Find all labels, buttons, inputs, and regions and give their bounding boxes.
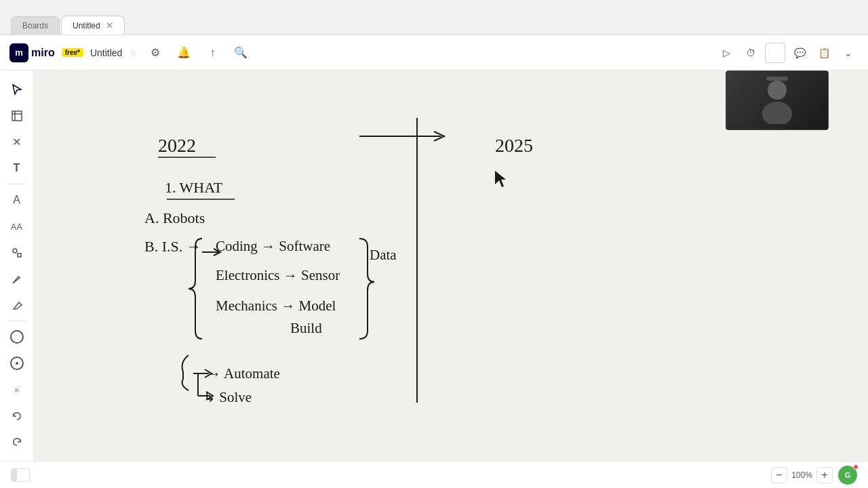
pen-tool[interactable] [5, 267, 29, 291]
mechanics-label: Mechanics → Model [216, 298, 336, 314]
item-bis-label: B. I.S. → [144, 238, 201, 256]
svg-point-14 [768, 81, 787, 100]
text-size-tool[interactable]: AA [5, 214, 29, 239]
tab-untitled[interactable]: Untitled ✕ [61, 16, 125, 35]
zoom-in-button[interactable]: + [816, 467, 833, 483]
circle-tool[interactable] [5, 351, 29, 375]
miro-logo-text: miro [31, 47, 55, 59]
search-icon[interactable]: 🔍 [230, 42, 252, 64]
tab-boards[interactable]: Boards [11, 16, 60, 35]
year-right-label: 2025 [495, 135, 533, 157]
text-tool[interactable]: T [5, 156, 29, 180]
screen-icon[interactable] [765, 43, 785, 63]
frame-tool[interactable] [5, 104, 29, 128]
panel-toggle-button[interactable] [11, 468, 30, 482]
svg-rect-0 [12, 111, 22, 121]
eraser-tool[interactable] [5, 293, 29, 318]
solve-label: ↳ Solve [203, 389, 252, 406]
left-toolbar: ✕ T A AA [0, 70, 34, 461]
free-badge: free* [62, 48, 83, 57]
automate-label: → Automate [207, 365, 280, 382]
timer-icon[interactable]: ⏱ [741, 43, 761, 63]
notification-icon[interactable]: 🔔 [173, 42, 195, 64]
coding-label: Coding → Software [216, 238, 330, 255]
data-label: Data [370, 247, 397, 264]
connector-tool[interactable] [5, 325, 29, 349]
redo-button[interactable] [5, 430, 29, 454]
settings-icon[interactable]: ⚙ [144, 42, 166, 64]
undo-button[interactable] [5, 404, 29, 428]
svg-point-15 [762, 102, 792, 124]
svg-rect-4 [18, 253, 21, 257]
toolbar-right: ▷ ⏱ 💬 📋 ⌄ [716, 43, 859, 63]
chat-icon[interactable]: 💬 [789, 43, 810, 63]
video-thumbnail [726, 70, 829, 130]
notification-badge [853, 464, 859, 470]
table-icon[interactable]: 📋 [814, 43, 834, 63]
miro-logo[interactable]: m miro [9, 43, 55, 62]
play-icon[interactable]: ▷ [716, 43, 736, 63]
avatar[interactable]: G [838, 466, 857, 485]
build-label: Build [290, 320, 322, 337]
svg-point-3 [13, 249, 17, 253]
more-tool[interactable]: » [5, 378, 29, 402]
browser-chrome: Boards Untitled ✕ [0, 0, 868, 35]
toolbar: m miro free* Untitled ☆ ⚙ 🔔 ↑ 🔍 ▷ ⏱ 💬 [0, 35, 868, 70]
tab-close-icon[interactable]: ✕ [106, 20, 113, 30]
svg-line-5 [18, 277, 20, 278]
miro-logo-icon: m [9, 43, 28, 62]
tab-boards-label: Boards [22, 21, 48, 30]
zoom-out-button[interactable]: − [771, 467, 787, 483]
close-tool[interactable]: ✕ [5, 130, 29, 155]
share-icon[interactable]: ↑ [201, 42, 223, 64]
item-what-label: 1. WHAT [165, 179, 222, 197]
tab-untitled-label: Untitled [73, 21, 100, 30]
expand-icon[interactable]: ⌄ [838, 43, 859, 63]
cursor-tool[interactable] [5, 77, 29, 102]
board-title[interactable]: Untitled [90, 47, 122, 58]
bottom-bar: − 100% + G [0, 461, 868, 488]
year-left-label: 2022 [158, 135, 196, 157]
text-style-tool[interactable]: A [5, 188, 29, 212]
zoom-controls: − 100% + [771, 467, 833, 483]
item-robots-label: A. Robots [144, 209, 205, 227]
electronics-label: Electronics → Sensor [216, 267, 340, 284]
star-icon[interactable]: ☆ [129, 47, 138, 58]
main-area: ✕ T A AA [0, 70, 868, 461]
zoom-level: 100% [790, 470, 814, 480]
shapes-tool[interactable] [5, 241, 29, 265]
